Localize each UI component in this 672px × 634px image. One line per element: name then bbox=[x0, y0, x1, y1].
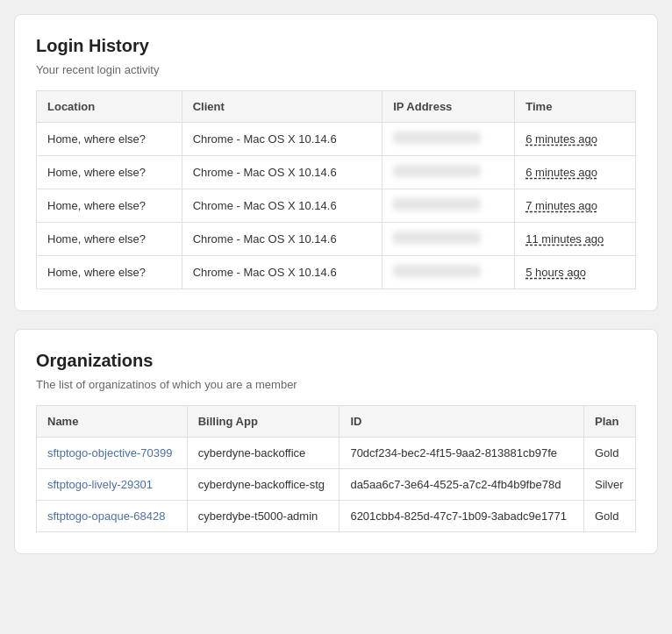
org-plan: Gold bbox=[583, 438, 635, 469]
login-ip bbox=[382, 223, 515, 256]
org-id: 70dcf234-bec2-4f15-9aa2-813881cb97fe bbox=[340, 438, 584, 469]
organizations-card: Organizations The list of organizatinos … bbox=[14, 329, 658, 554]
col-header-location: Location bbox=[37, 91, 182, 123]
org-name-link[interactable]: sftptogo-opaque-68428 bbox=[47, 509, 165, 523]
table-row: Home, where else? Chrome - Mac OS X 10.1… bbox=[37, 123, 636, 156]
org-name[interactable]: sftptogo-objective-70399 bbox=[37, 438, 188, 469]
login-location: Home, where else? bbox=[37, 123, 182, 156]
org-id: 6201cbb4-825d-47c7-1b09-3abadc9e1771 bbox=[340, 501, 584, 532]
login-history-subtitle: Your recent login activity bbox=[36, 63, 636, 76]
org-col-header-plan: Plan bbox=[583, 406, 635, 438]
org-plan: Gold bbox=[583, 501, 635, 532]
col-header-client: Client bbox=[182, 91, 382, 123]
col-header-time: Time bbox=[515, 91, 636, 123]
table-row: sftptogo-lively-29301 cyberdyne-backoffi… bbox=[37, 469, 636, 501]
org-col-header-billing: Billing App bbox=[187, 406, 340, 438]
ip-address-blurred bbox=[393, 165, 481, 177]
login-location: Home, where else? bbox=[37, 156, 182, 189]
ip-address-blurred bbox=[393, 198, 481, 210]
table-row: Home, where else? Chrome - Mac OS X 10.1… bbox=[37, 256, 636, 289]
org-name[interactable]: sftptogo-opaque-68428 bbox=[37, 501, 188, 532]
login-client: Chrome - Mac OS X 10.14.6 bbox=[182, 223, 382, 256]
login-history-header-row: Location Client IP Address Time bbox=[37, 91, 636, 123]
login-client: Chrome - Mac OS X 10.14.6 bbox=[182, 123, 382, 156]
login-location: Home, where else? bbox=[37, 223, 182, 256]
login-time: 7 minutes ago bbox=[515, 189, 636, 223]
org-id: da5aa6c7-3e64-4525-a7c2-4fb4b9fbe78d bbox=[340, 469, 584, 501]
org-col-header-id: ID bbox=[340, 406, 584, 438]
ip-address-blurred bbox=[393, 265, 481, 277]
login-client: Chrome - Mac OS X 10.14.6 bbox=[182, 256, 382, 289]
login-ip bbox=[382, 256, 515, 289]
org-name-link[interactable]: sftptogo-lively-29301 bbox=[47, 478, 153, 491]
login-history-title: Login History bbox=[36, 36, 636, 56]
org-name-link[interactable]: sftptogo-objective-70399 bbox=[47, 446, 172, 459]
login-location: Home, where else? bbox=[37, 256, 182, 289]
login-ip bbox=[382, 123, 515, 156]
org-billing-app: cyberdyne-backoffice bbox=[187, 438, 340, 469]
org-col-header-name: Name bbox=[37, 406, 188, 438]
login-client: Chrome - Mac OS X 10.14.6 bbox=[182, 156, 382, 189]
login-history-card: Login History Your recent login activity… bbox=[14, 14, 658, 311]
ip-address-blurred bbox=[393, 232, 481, 244]
login-client: Chrome - Mac OS X 10.14.6 bbox=[182, 189, 382, 223]
login-time: 6 minutes ago bbox=[515, 123, 636, 156]
login-ip bbox=[382, 156, 515, 189]
table-row: sftptogo-opaque-68428 cyberdybe-t5000-ad… bbox=[37, 501, 636, 532]
login-history-table: Location Client IP Address Time Home, wh… bbox=[36, 90, 636, 289]
login-time: 5 hours ago bbox=[515, 256, 636, 289]
login-ip bbox=[382, 189, 515, 223]
login-location: Home, where else? bbox=[37, 189, 182, 223]
table-row: Home, where else? Chrome - Mac OS X 10.1… bbox=[37, 189, 636, 223]
col-header-ip: IP Address bbox=[382, 91, 515, 123]
org-name[interactable]: sftptogo-lively-29301 bbox=[37, 469, 188, 501]
table-row: Home, where else? Chrome - Mac OS X 10.1… bbox=[37, 223, 636, 256]
login-time: 6 minutes ago bbox=[515, 156, 636, 189]
organizations-subtitle: The list of organizatinos of which you a… bbox=[36, 378, 636, 391]
table-row: sftptogo-objective-70399 cyberdyne-backo… bbox=[37, 438, 636, 469]
organizations-title: Organizations bbox=[36, 351, 636, 371]
table-row: Home, where else? Chrome - Mac OS X 10.1… bbox=[37, 156, 636, 189]
org-billing-app: cyberdybe-t5000-admin bbox=[187, 501, 340, 532]
org-billing-app: cyberdyne-backoffice-stg bbox=[187, 469, 340, 501]
org-plan: Silver bbox=[583, 469, 635, 501]
login-time: 11 minutes ago bbox=[515, 223, 636, 256]
organizations-header-row: Name Billing App ID Plan bbox=[37, 406, 636, 438]
ip-address-blurred bbox=[393, 132, 481, 144]
organizations-table: Name Billing App ID Plan sftptogo-object… bbox=[36, 405, 636, 532]
